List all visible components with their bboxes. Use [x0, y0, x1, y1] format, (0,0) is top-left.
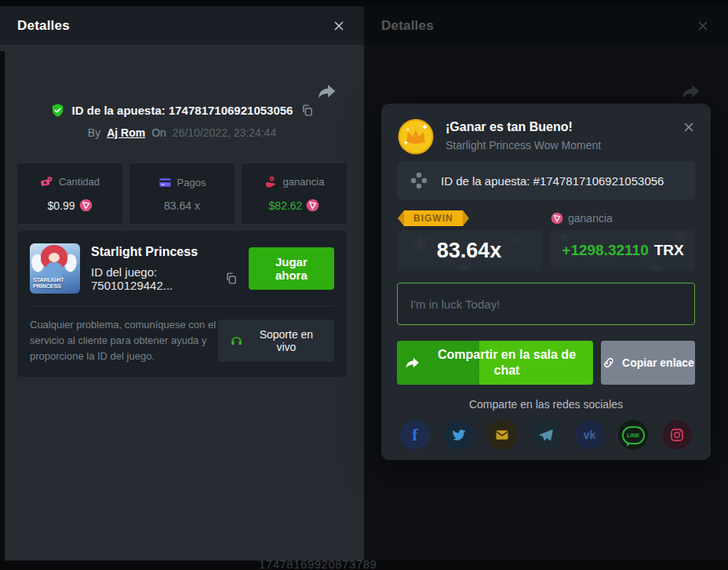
- game-thumbnail[interactable]: STARLIGHT PRINCESS: [30, 243, 80, 294]
- profit-box: +1298.32110 TRX: [551, 230, 695, 271]
- share-message-input[interactable]: [397, 283, 695, 325]
- star-decoration: [648, 261, 664, 271]
- trx-coin-icon: [306, 199, 319, 212]
- stat-label: Cantidad: [59, 176, 100, 188]
- win-summary-row: BIGWIN 83.64x ganancia: [397, 210, 695, 271]
- copy-link-label: Copiar enlace: [622, 356, 694, 369]
- bet-stats-row: Cantidad $0.99 Pagos 83.64 x: [0, 163, 364, 224]
- email-icon[interactable]: [487, 420, 517, 450]
- thumb-caption: STARLIGHT PRINCESS: [33, 277, 74, 290]
- screen: Detalles ID de la apuesta: 1747817106921…: [0, 0, 728, 570]
- background-bet-id-text: 17478169920873789: [259, 557, 377, 570]
- message-input-wrap: [397, 283, 695, 325]
- headphones-icon: [230, 334, 243, 348]
- card-icon: [158, 176, 172, 189]
- payout-value: 83.64 x: [164, 199, 200, 212]
- instagram-icon[interactable]: [662, 420, 692, 450]
- hand-coin-icon: [264, 175, 278, 188]
- page-edge: [0, 51, 5, 561]
- share-win-dialog: ¡Ganar es tan Bueno! Starlight Princess …: [381, 104, 711, 460]
- game-id-text: ID del juego: 75010129442...: [91, 265, 218, 292]
- bet-details-modal: Detalles ID de la apuesta: 1747817106921…: [0, 6, 364, 561]
- live-support-label: Soporte en vivo: [250, 328, 322, 353]
- game-card: STARLIGHT PRINCESS Starlight Princess ID…: [17, 231, 347, 377]
- stat-label: ganancia: [283, 176, 325, 188]
- copy-game-id-icon[interactable]: [224, 272, 238, 286]
- multiplier-box: 83.64x: [397, 230, 541, 271]
- game-name: Starlight Princess: [91, 245, 238, 259]
- multiplier-column: BIGWIN 83.64x: [397, 210, 541, 271]
- dialog-subtitle: Starlight Princess Wow Moment: [446, 139, 601, 152]
- vk-glyph: vk: [584, 429, 596, 441]
- bet-id-row: ID de la apuesta: 1747817106921053056: [0, 103, 364, 118]
- dialog-header: ¡Ganar es tan Bueno! Starlight Princess …: [397, 118, 695, 155]
- modal-header: Detalles: [0, 6, 364, 45]
- social-share-label: Comparte en las redes sociales: [397, 398, 695, 411]
- profit-amount: +1298.32110: [562, 242, 648, 259]
- bet-datetime: 26/10/2022, 23:24:44: [173, 126, 276, 139]
- modal-title: Detalles: [17, 18, 70, 34]
- game-id-line: ID del juego: 75010129442...: [91, 265, 238, 292]
- copy-link-button[interactable]: Copiar enlace: [601, 341, 695, 385]
- share-icon: [405, 355, 420, 371]
- star-decoration: [407, 230, 435, 258]
- trx-coin-icon: [79, 199, 93, 212]
- dialog-bet-id-box: ID de la apuesta: #1747817106921053056: [397, 162, 695, 199]
- play-now-button[interactable]: Jugar ahora: [249, 247, 334, 290]
- copy-bet-id-icon[interactable]: [300, 104, 314, 118]
- stat-value: $0.99: [47, 199, 92, 212]
- social-icons-row: f vk LINE: [397, 420, 695, 450]
- profit-column: ganancia +1298.32110 TRX: [551, 210, 695, 271]
- share-to-chat-button[interactable]: Compartir en la sala de chat: [397, 341, 593, 385]
- profit-label: ganancia: [568, 212, 613, 225]
- on-label: On: [151, 126, 166, 139]
- stat-profit: ganancia $82.62: [242, 163, 347, 224]
- modal-title: Detalles: [381, 18, 434, 34]
- support-help-text: Cualquier problema, comuníquese con el s…: [30, 317, 218, 364]
- bet-author-row: By Aj Rom On 26/10/2022, 23:24:44: [0, 126, 364, 139]
- close-icon[interactable]: [681, 119, 697, 135]
- gold-medal-icon: [397, 118, 435, 155]
- dice-dots-icon: [409, 170, 429, 191]
- share-to-chat-label: Compartir en la sala de chat: [428, 347, 585, 378]
- trx-coin-icon: [551, 212, 563, 225]
- stat-amount: Cantidad $0.99: [17, 163, 122, 224]
- bigwin-badge: BIGWIN: [404, 210, 463, 226]
- line-icon[interactable]: LINE: [618, 420, 648, 450]
- author-link[interactable]: Aj Rom: [107, 126, 145, 139]
- dialog-buttons-row: Compartir en la sala de chat Copiar enla…: [397, 341, 695, 385]
- bet-id-text: ID de la apuesta: 1747817106921053056: [72, 104, 293, 117]
- multiplier-value: 83.64x: [437, 239, 502, 263]
- stat-value: 83.64 x: [164, 199, 200, 212]
- divider: [30, 305, 334, 306]
- profit-label-row: ganancia: [551, 212, 613, 225]
- star-decoration: [509, 234, 522, 247]
- dialog-title: ¡Ganar es tan Bueno!: [446, 120, 601, 134]
- close-icon[interactable]: [695, 18, 711, 34]
- facebook-glyph: f: [412, 425, 417, 445]
- live-support-button[interactable]: Soporte en vivo: [218, 320, 334, 362]
- share-icon[interactable]: [681, 81, 701, 101]
- close-icon[interactable]: [331, 18, 347, 34]
- link-icon: [602, 356, 616, 370]
- verified-shield-icon: [50, 103, 65, 118]
- share-icon[interactable]: [317, 81, 337, 101]
- cash-icon: [40, 175, 53, 188]
- stat-label: Pagos: [177, 177, 206, 188]
- dialog-bet-id-text: ID de la apuesta: #1747817106921053056: [441, 174, 664, 188]
- twitter-icon[interactable]: [444, 420, 474, 450]
- profit-value: $82.62: [269, 199, 303, 212]
- stat-value: $82.62: [269, 199, 320, 212]
- amount-value: $0.99: [47, 199, 75, 212]
- stat-payout: Pagos 83.64 x: [129, 163, 235, 224]
- by-label: By: [88, 126, 100, 139]
- vk-icon[interactable]: vk: [575, 420, 605, 450]
- line-glyph: LINE: [627, 433, 639, 438]
- facebook-icon[interactable]: f: [400, 420, 430, 450]
- telegram-icon[interactable]: [531, 420, 561, 450]
- modal-header: Detalles: [364, 6, 728, 45]
- profit-currency: TRX: [654, 242, 684, 259]
